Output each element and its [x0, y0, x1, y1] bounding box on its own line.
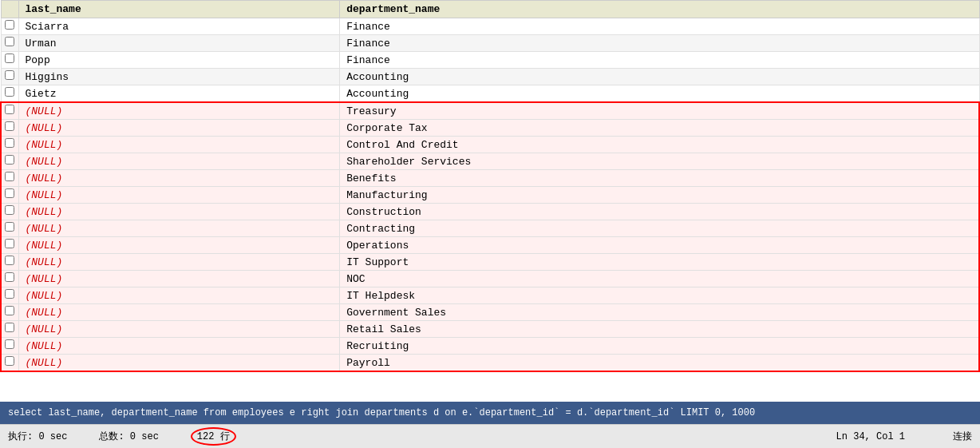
row-checkbox[interactable]	[5, 289, 14, 299]
row-checkbox[interactable]	[5, 155, 14, 165]
cell-department-name: Operations	[340, 237, 979, 254]
cell-last-name: (NULL)	[18, 254, 340, 271]
row-checkbox[interactable]	[5, 121, 14, 131]
row-checkbox-cell	[1, 69, 18, 85]
total-time: 总数: 0 sec	[99, 430, 158, 443]
cell-last-name: Sciarra	[18, 18, 340, 35]
cell-department-name: Accounting	[340, 85, 979, 103]
cell-department-name: Finance	[340, 18, 979, 35]
table-row: (NULL)Contracting	[1, 220, 979, 237]
cell-last-name: (NULL)	[18, 271, 340, 287]
row-checkbox[interactable]	[5, 272, 14, 282]
cell-department-name: Corporate Tax	[340, 120, 979, 137]
row-checkbox-cell	[1, 338, 18, 355]
table-row: SciarraFinance	[1, 18, 979, 35]
row-checkbox-cell	[1, 187, 18, 204]
row-checkbox-cell	[1, 271, 18, 287]
table-row: (NULL)IT Helpdesk	[1, 287, 979, 304]
cell-last-name: Higgins	[18, 69, 340, 85]
sql-status-bar: select last_name, department_name from e…	[0, 402, 980, 424]
row-checkbox[interactable]	[5, 105, 14, 114]
cell-department-name: IT Support	[340, 254, 979, 271]
table-row: (NULL)IT Support	[1, 254, 979, 271]
sql-query-text: select last_name, department_name from e…	[8, 407, 972, 418]
table-row: (NULL)Recruiting	[1, 338, 979, 355]
cell-last-name: (NULL)	[18, 355, 340, 372]
table-row: UrmanFinance	[1, 35, 979, 52]
cell-department-name: Benefits	[340, 170, 979, 187]
cell-last-name: Popp	[18, 52, 340, 69]
table-row: (NULL)Control And Credit	[1, 137, 979, 153]
cell-department-name: Retail Sales	[340, 321, 979, 338]
row-checkbox[interactable]	[5, 256, 14, 265]
table-row: GietzAccounting	[1, 85, 979, 103]
row-checkbox-cell	[1, 170, 18, 187]
row-checkbox[interactable]	[5, 239, 14, 248]
cell-department-name: Control And Credit	[340, 137, 979, 153]
table-row: (NULL)NOC	[1, 271, 979, 287]
row-checkbox[interactable]	[5, 87, 14, 97]
ln-col-indicator: Ln 34, Col 1	[836, 431, 905, 442]
row-checkbox[interactable]	[5, 188, 14, 198]
execution-time: 执行: 0 sec	[8, 430, 67, 443]
table-row: (NULL)Manufacturing	[1, 187, 979, 204]
table-row: (NULL)Operations	[1, 237, 979, 254]
cell-last-name: (NULL)	[18, 187, 340, 204]
cell-department-name: Treasury	[340, 102, 979, 120]
cell-last-name: (NULL)	[18, 170, 340, 187]
row-checkbox-cell	[1, 220, 18, 237]
row-checkbox[interactable]	[5, 205, 14, 215]
row-checkbox-cell	[1, 304, 18, 321]
col-header-last-name: last_name	[18, 1, 340, 18]
cell-last-name: (NULL)	[18, 153, 340, 170]
row-checkbox[interactable]	[5, 70, 14, 80]
cell-department-name: Government Sales	[340, 304, 979, 321]
cell-last-name: (NULL)	[18, 237, 340, 254]
row-checkbox-cell	[1, 153, 18, 170]
info-bar: 执行: 0 sec 总数: 0 sec 122 行 Ln 34, Col 1 连…	[0, 424, 980, 448]
row-checkbox[interactable]	[5, 323, 14, 332]
result-table: last_name department_name SciarraFinance…	[0, 0, 980, 372]
table-row: (NULL)Benefits	[1, 170, 979, 187]
row-checkbox-cell	[1, 254, 18, 271]
cell-last-name: (NULL)	[18, 137, 340, 153]
result-table-container[interactable]: last_name department_name SciarraFinance…	[0, 0, 980, 402]
col-header-department-name: department_name	[340, 1, 979, 18]
cell-last-name: (NULL)	[18, 287, 340, 304]
row-checkbox[interactable]	[5, 20, 14, 30]
row-checkbox-cell	[1, 85, 18, 103]
row-checkbox-cell	[1, 237, 18, 254]
row-checkbox-cell	[1, 35, 18, 52]
row-checkbox-cell	[1, 287, 18, 304]
row-count-value: 122 行	[191, 427, 236, 446]
connection-status: 连接	[953, 430, 972, 443]
cell-last-name: Gietz	[18, 85, 340, 103]
table-row: (NULL)Retail Sales	[1, 321, 979, 338]
cell-department-name: NOC	[340, 271, 979, 287]
row-checkbox[interactable]	[5, 138, 14, 148]
cell-last-name: (NULL)	[18, 102, 340, 120]
row-checkbox[interactable]	[5, 54, 14, 63]
row-checkbox-cell	[1, 204, 18, 220]
table-row: (NULL)Shareholder Services	[1, 153, 979, 170]
cell-last-name: Urman	[18, 35, 340, 52]
cell-department-name: Accounting	[340, 69, 979, 85]
cell-last-name: (NULL)	[18, 321, 340, 338]
row-checkbox[interactable]	[5, 222, 14, 232]
row-checkbox[interactable]	[5, 339, 14, 349]
cell-department-name: Contracting	[340, 220, 979, 237]
row-checkbox-cell	[1, 355, 18, 372]
cell-department-name: Construction	[340, 204, 979, 220]
cell-department-name: Shareholder Services	[340, 153, 979, 170]
cell-department-name: IT Helpdesk	[340, 287, 979, 304]
row-checkbox-cell	[1, 321, 18, 338]
table-row: (NULL)Corporate Tax	[1, 120, 979, 137]
row-checkbox[interactable]	[5, 37, 14, 46]
row-checkbox-cell	[1, 102, 18, 120]
row-checkbox[interactable]	[5, 172, 14, 181]
row-checkbox-cell	[1, 18, 18, 35]
row-checkbox[interactable]	[5, 356, 14, 366]
row-checkbox[interactable]	[5, 306, 14, 315]
table-row: (NULL)Construction	[1, 204, 979, 220]
row-count: 122 行	[191, 427, 236, 446]
